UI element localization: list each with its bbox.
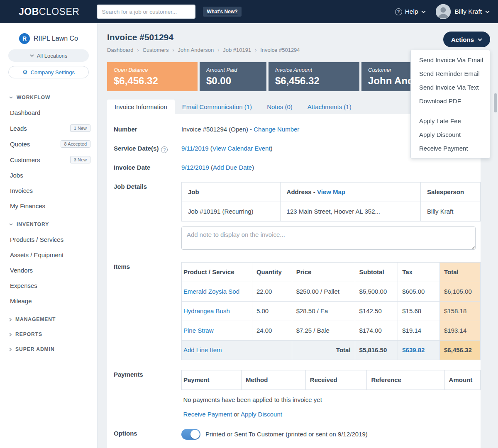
salesperson-cell: Billy Kraft bbox=[420, 202, 480, 222]
breadcrumb-item-job[interactable]: Job #10191 bbox=[223, 47, 251, 53]
quantity-cell: 5.00 bbox=[252, 302, 292, 321]
tab-attachments[interactable]: Attachments (1) bbox=[300, 100, 359, 114]
info-icon[interactable]: ? bbox=[161, 146, 168, 153]
sidebar-item-quotes[interactable]: Quotes8 Accepted bbox=[0, 136, 97, 152]
breadcrumb-separator: › bbox=[172, 47, 174, 53]
sidebar-item-jobs[interactable]: Jobs bbox=[0, 168, 97, 183]
job-details-row: Job Details Job Address - View Map Sales… bbox=[114, 182, 481, 252]
total-label: Total bbox=[292, 341, 355, 360]
receive-payment-link[interactable]: Receive Payment bbox=[183, 411, 232, 418]
help-menu[interactable]: ? Help bbox=[395, 8, 426, 15]
total-cell: $158.18 bbox=[440, 302, 481, 321]
view-calendar-event-link[interactable]: View Calendar Event bbox=[212, 145, 271, 152]
sidebar-item-assets-equipment[interactable]: Assets / Equipment bbox=[0, 247, 97, 263]
breadcrumb-item-customers[interactable]: Customers bbox=[143, 47, 169, 53]
breadcrumb-item-customer[interactable]: John Anderson bbox=[178, 47, 214, 53]
product-link[interactable]: Hydrangea Bush bbox=[183, 307, 230, 314]
sidebar-item-leads[interactable]: Leads1 New bbox=[0, 120, 97, 136]
number-label: Number bbox=[114, 125, 181, 134]
add-line-item-link[interactable]: Add Line Item bbox=[183, 346, 222, 353]
tax-cell: $605.00 bbox=[398, 282, 440, 302]
sidebar-item-label: Products / Services bbox=[10, 236, 63, 243]
section-label: INVENTORY bbox=[17, 222, 49, 227]
section-label: REPORTS bbox=[15, 331, 42, 337]
sidebar-item-dashboard[interactable]: Dashboard bbox=[0, 105, 97, 120]
actions-button[interactable]: Actions bbox=[443, 32, 490, 47]
stat-value: $6,456.32 bbox=[275, 75, 353, 87]
item-row: Pine Straw 24.00 $7.25 / Bale $174.00 $1… bbox=[182, 321, 481, 341]
menu-item-send-reminder-email[interactable]: Send Reminder Email bbox=[411, 67, 490, 80]
whats-new-button[interactable]: What's New? bbox=[203, 7, 241, 17]
payments-actions-row: Receive Payment or Apply Discount bbox=[182, 404, 481, 419]
view-map-link[interactable]: View Map bbox=[317, 188, 345, 195]
subtotal-cell: $174.00 bbox=[355, 321, 398, 341]
menu-item-send-invoice-via-email[interactable]: Send Invoice Via Email bbox=[411, 53, 490, 67]
section-label: SUPER ADMIN bbox=[15, 346, 55, 352]
tax-total-link[interactable]: $639.82 bbox=[402, 346, 425, 353]
search-input[interactable] bbox=[97, 5, 195, 19]
invoice-information-panel: Number Invoice #501294 (Open) - Change N… bbox=[107, 114, 481, 448]
sidebar-section-management[interactable]: MANAGEMENT bbox=[0, 312, 97, 327]
scrollbar-thumb[interactable] bbox=[494, 93, 497, 112]
help-icon: ? bbox=[395, 8, 402, 15]
sidebar-item-label: Dashboard bbox=[10, 109, 40, 116]
sidebar-item-customers[interactable]: Customers3 New bbox=[0, 152, 97, 168]
company-header[interactable]: R RIIPL Lawn Co bbox=[0, 33, 97, 44]
breadcrumb-item-invoice: Invoice #501294 bbox=[260, 47, 300, 53]
sidebar-item-label: My Finances bbox=[10, 202, 45, 209]
chevron-down-icon bbox=[9, 223, 13, 226]
product-link[interactable]: Emerald Zoysia Sod bbox=[183, 288, 239, 295]
invoice-note-input[interactable] bbox=[181, 226, 476, 250]
app-logo[interactable]: JOBCLOSER bbox=[19, 6, 79, 17]
price-cell: $28.50 / Ea bbox=[292, 302, 355, 321]
sidebar-item-my-finances[interactable]: My Finances bbox=[0, 198, 97, 214]
user-avatar[interactable] bbox=[436, 4, 451, 19]
breadcrumb-item-dashboard[interactable]: Dashboard bbox=[107, 47, 134, 53]
sidebar-section-super-admin[interactable]: SUPER ADMIN bbox=[0, 342, 97, 357]
sidebar-item-expenses[interactable]: Expenses bbox=[0, 278, 97, 293]
sidebar-item-label: Jobs bbox=[10, 172, 23, 179]
sidebar-item-label: Quotes bbox=[10, 141, 30, 148]
stat-label: Amount Paid bbox=[206, 67, 260, 73]
add-due-date-link[interactable]: Add Due Date bbox=[213, 164, 252, 171]
main-content: Invoice #501294 Dashboard › Customers › … bbox=[98, 23, 498, 448]
sidebar-item-vendors[interactable]: Vendors bbox=[0, 263, 97, 278]
company-settings-button[interactable]: ⚙ Company Settings bbox=[8, 66, 89, 78]
apply-discount-link[interactable]: Apply Discount bbox=[241, 411, 282, 418]
sidebar-section-workflow[interactable]: WORKFLOW bbox=[0, 90, 97, 105]
sidebar-item-products-services[interactable]: Products / Services bbox=[0, 232, 97, 247]
job-details-data-row: Job #10191 (Recurring) 123 Main Street, … bbox=[182, 202, 481, 222]
printed-sent-toggle[interactable] bbox=[181, 429, 200, 440]
job-cell: Job #10191 (Recurring) bbox=[182, 202, 281, 222]
tab-email-communication[interactable]: Email Communication (1) bbox=[175, 100, 259, 114]
quantity-header: Quantity bbox=[252, 263, 292, 282]
user-menu[interactable]: Billy Kraft bbox=[455, 8, 490, 15]
product-link[interactable]: Pine Straw bbox=[183, 327, 214, 334]
menu-item-send-invoice-via-text[interactable]: Send Invoice Via Text bbox=[411, 80, 490, 94]
change-number-link[interactable]: Change Number bbox=[254, 126, 299, 133]
service-date-link[interactable]: 9/11/2019 bbox=[181, 145, 209, 152]
sidebar-item-label: Customers bbox=[10, 156, 40, 163]
sidebar-item-mileage[interactable]: Mileage bbox=[0, 293, 97, 309]
tab-invoice-information[interactable]: Invoice Information bbox=[107, 100, 175, 114]
payments-label: Payments bbox=[114, 370, 181, 419]
menu-item-receive-payment[interactable]: Receive Payment bbox=[411, 141, 490, 155]
menu-item-download-pdf[interactable]: Download PDF bbox=[411, 94, 490, 108]
invoice-date-link[interactable]: 9/12/2019 bbox=[181, 164, 209, 171]
address-header-text: Address - bbox=[287, 188, 315, 195]
printed-sent-text: Printed or Sent To Customer (printed or … bbox=[205, 430, 368, 439]
tab-notes[interactable]: Notes (0) bbox=[259, 100, 300, 114]
breadcrumb-separator: › bbox=[217, 47, 219, 53]
chevron-right-icon bbox=[9, 318, 12, 321]
stat-invoice-amount: Invoice Amount $6,456.32 bbox=[269, 62, 359, 91]
sidebar-section-inventory[interactable]: INVENTORY bbox=[0, 217, 97, 232]
all-locations-dropdown[interactable]: All Locations bbox=[8, 49, 89, 62]
menu-item-apply-late-fee[interactable]: Apply Late Fee bbox=[411, 114, 490, 128]
menu-item-apply-discount[interactable]: Apply Discount bbox=[411, 128, 490, 141]
total-header: Total bbox=[440, 263, 481, 282]
sidebar-item-label: Invoices bbox=[10, 187, 33, 194]
sidebar-item-invoices[interactable]: Invoices bbox=[0, 183, 97, 198]
sidebar-item-label: Vendors bbox=[10, 267, 33, 274]
sidebar-section-reports[interactable]: REPORTS bbox=[0, 327, 97, 342]
stat-label: Invoice Amount bbox=[275, 67, 353, 73]
